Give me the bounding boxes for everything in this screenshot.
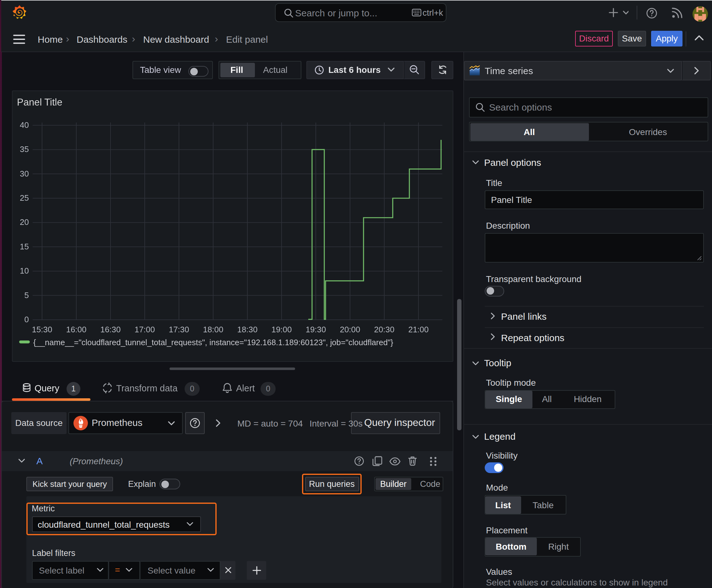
- svg-text:20:00: 20:00: [340, 325, 360, 334]
- svg-text:20: 20: [20, 217, 29, 227]
- svg-text:16:30: 16:30: [100, 325, 121, 334]
- svg-text:18:00: 18:00: [203, 325, 223, 334]
- svg-text:5: 5: [24, 291, 29, 300]
- svg-text:40: 40: [20, 120, 29, 130]
- svg-text:16:00: 16:00: [66, 325, 86, 334]
- svg-text:17:30: 17:30: [169, 325, 189, 334]
- svg-text:35: 35: [20, 145, 29, 154]
- svg-text:Panel Title: Panel Title: [17, 97, 63, 108]
- svg-text:19:00: 19:00: [271, 325, 292, 334]
- svg-text:17:00: 17:00: [134, 325, 155, 334]
- svg-text:30: 30: [20, 169, 29, 178]
- svg-text:{__name__="cloudflared_tunnel_: {__name__="cloudflared_tunnel_total_requ…: [33, 338, 393, 347]
- svg-text:15: 15: [20, 242, 29, 251]
- svg-text:25: 25: [20, 193, 29, 203]
- svg-text:19:30: 19:30: [305, 325, 326, 334]
- svg-text:0: 0: [24, 315, 29, 324]
- svg-text:18:30: 18:30: [237, 325, 257, 334]
- svg-text:15:30: 15:30: [32, 325, 52, 334]
- svg-text:21:00: 21:00: [408, 325, 429, 334]
- svg-text:10: 10: [20, 266, 29, 275]
- svg-text:20:30: 20:30: [374, 325, 394, 334]
